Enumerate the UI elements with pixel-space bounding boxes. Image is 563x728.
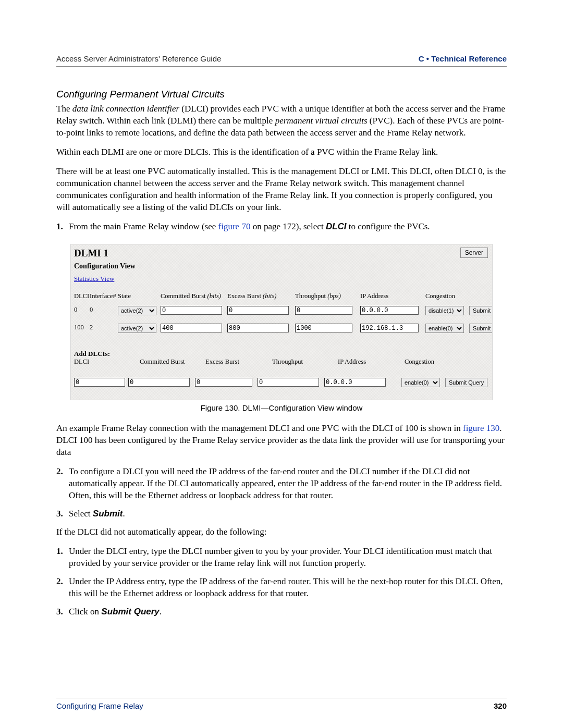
state-select[interactable]: active(2) xyxy=(118,306,156,315)
excess-burst-input[interactable] xyxy=(227,324,289,332)
step-b2-text: Under the IP Address entry, type the IP … xyxy=(69,576,507,600)
submit-button[interactable]: Submit xyxy=(469,324,493,333)
step-a2-num: 2. xyxy=(56,466,69,502)
paragraph-5: If the DLCI did not automatically appear… xyxy=(56,526,507,538)
submit-query-button[interactable]: Submit Query xyxy=(445,378,487,387)
server-button[interactable]: Server xyxy=(460,248,488,258)
link-figure-130[interactable]: figure 130 xyxy=(463,423,499,433)
figure-caption: Figure 130. DLMI—Configuration View wind… xyxy=(56,403,507,412)
congestion-select[interactable]: enable(0) xyxy=(425,324,464,333)
hdr-congestion: Congestion xyxy=(425,292,468,300)
section-title: Configuring Permanent Virtual Circuits xyxy=(56,89,507,100)
step-b3-num: 3. xyxy=(56,606,69,618)
add-eb-input[interactable] xyxy=(195,378,252,387)
add-congestion-select[interactable]: enable(0) xyxy=(401,378,440,387)
ip-input[interactable] xyxy=(360,306,419,315)
add-cb-input[interactable] xyxy=(128,378,190,387)
hdr-interface: Interface# xyxy=(90,292,121,300)
paragraph-3: There will be at least one PVC automatic… xyxy=(56,166,507,214)
add-hdr-cb: Committed Burst xyxy=(140,358,197,366)
hdr-ip: IP Address xyxy=(360,292,418,300)
hdr-state: State xyxy=(118,292,160,300)
add-hdr-cong: Congestion xyxy=(405,358,446,366)
step-b1-text: Under the DLCI entry, type the DLCI numb… xyxy=(69,546,507,570)
add-hdr-tp: Throughput xyxy=(272,358,324,366)
step-a2-text: To configure a DLCI you will need the IP… xyxy=(69,466,507,502)
header-rule xyxy=(56,66,507,67)
step-b2-num: 2. xyxy=(56,576,69,600)
add-hdr-eb: Excess Burst xyxy=(205,358,258,366)
state-select[interactable]: active(2) xyxy=(118,324,156,333)
step-b1-num: 1. xyxy=(56,546,69,570)
step-a1-num: 1. xyxy=(56,221,69,233)
fig-title: DLMI 1 xyxy=(74,248,108,259)
committed-burst-input[interactable] xyxy=(161,306,222,315)
cell-interface: 2 xyxy=(90,324,121,331)
paragraph-2: Within each DLMI are one or more DLCIs. … xyxy=(56,146,507,158)
step-a1-text: From the main Frame Relay window (see fi… xyxy=(69,221,507,233)
paragraph-4: An example Frame Relay connection with t… xyxy=(56,423,507,459)
submit-button[interactable]: Submit xyxy=(469,306,493,315)
header-left: Access Server Administrators' Reference … xyxy=(56,54,221,63)
hdr-excess-burst: Excess Burst (bits) xyxy=(227,292,290,300)
add-hdr-dlci: DLCI xyxy=(74,358,121,366)
hdr-throughput: Throughput (bps) xyxy=(295,292,352,300)
step-a3-num: 3. xyxy=(56,508,69,520)
congestion-select[interactable]: disable(1) xyxy=(425,306,464,315)
footer-left: Configuring Frame Relay xyxy=(56,701,143,710)
excess-burst-input[interactable] xyxy=(227,306,289,315)
footer-page: 320 xyxy=(494,701,507,710)
throughput-input[interactable] xyxy=(295,324,352,332)
statistics-view-link[interactable]: Statistics View xyxy=(74,275,114,283)
fig-subtitle: Configuration View xyxy=(74,262,136,270)
step-a3-text: Select Submit. xyxy=(69,508,507,520)
add-dlci-input[interactable] xyxy=(74,378,125,387)
header-right: C • Technical Reference xyxy=(419,54,507,63)
cell-dlci: 100 xyxy=(74,324,91,331)
add-ip-input[interactable] xyxy=(324,378,386,387)
paragraph-1: The data link connection identifier (DLC… xyxy=(56,103,507,139)
link-figure-70[interactable]: figure 70 xyxy=(218,221,251,231)
step-b3-text: Click on Submit Query. xyxy=(69,606,507,618)
committed-burst-input[interactable] xyxy=(161,324,222,332)
hdr-dlci: DLCI xyxy=(74,292,91,300)
add-hdr-ip: IP Address xyxy=(338,358,390,366)
figure-dlmi-config: DLMI 1 Server Configuration View Statist… xyxy=(70,244,493,400)
cell-dlci: 0 xyxy=(74,306,91,314)
throughput-input[interactable] xyxy=(295,306,352,315)
ip-input[interactable] xyxy=(360,324,419,332)
add-tp-input[interactable] xyxy=(258,378,319,387)
cell-interface: 0 xyxy=(90,306,121,314)
hdr-committed-burst: Committed Burst (bits) xyxy=(161,292,223,300)
add-dlcis-title: Add DLCIs: xyxy=(74,350,493,358)
